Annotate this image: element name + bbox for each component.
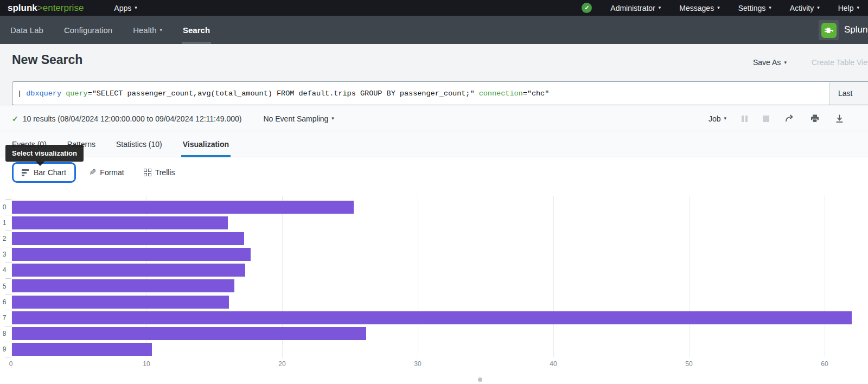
query-segment-cmd: dbxquery xyxy=(26,89,61,98)
chart-bar-3[interactable] xyxy=(12,248,251,261)
export-download-icon[interactable] xyxy=(835,114,844,123)
db-connect-plug-icon xyxy=(821,23,837,38)
trellis-label: Trellis xyxy=(155,168,175,177)
x-axis-label: 0 xyxy=(9,360,13,368)
chart-bar-row: 5 xyxy=(0,278,868,294)
topbar-menu-activity[interactable]: Activity▾ xyxy=(790,4,820,12)
y-axis-label: 5 xyxy=(0,283,9,290)
tab-visualization[interactable]: Visualization xyxy=(183,140,229,157)
create-table-view-button[interactable]: Create Table View xyxy=(812,58,868,67)
menu-label: Messages xyxy=(679,4,714,12)
x-axis-label: 60 xyxy=(821,360,828,368)
y-axis-tick xyxy=(5,326,11,327)
pause-job-button[interactable] xyxy=(742,116,748,122)
menu-label: Settings xyxy=(738,4,766,12)
search-input[interactable]: | dbxquery query="SELECT passenger_count… xyxy=(12,82,829,105)
share-icon[interactable] xyxy=(784,114,795,123)
y-axis-label: 2 xyxy=(0,235,9,242)
apps-menu[interactable]: Apps ▾ xyxy=(114,4,137,12)
chart-bar-0[interactable] xyxy=(12,201,354,214)
health-status-check-icon: ✓ xyxy=(582,3,592,13)
chart-bar-7[interactable] xyxy=(12,311,852,324)
chart-bar-4[interactable] xyxy=(12,264,245,277)
trellis-button[interactable]: Trellis xyxy=(144,168,175,177)
chart-plot-area: 0123456789 xyxy=(0,199,868,357)
chart-bar-row: 9 xyxy=(0,342,868,357)
appbar-item-health[interactable]: Health▾ xyxy=(133,16,162,44)
tab-label: Statistics (10) xyxy=(116,140,162,149)
chart-bar-2[interactable] xyxy=(12,232,244,245)
y-axis-tick xyxy=(5,199,11,200)
stop-job-button[interactable] xyxy=(763,116,769,122)
app-name-label[interactable]: Splunk DB Connect xyxy=(844,24,868,35)
menu-label: Activity xyxy=(790,4,814,12)
query-segment-plain xyxy=(61,89,66,98)
y-axis-label: 6 xyxy=(0,298,9,306)
logo-brand: splunk xyxy=(8,3,37,13)
appbar-item-data-lab[interactable]: Data Lab xyxy=(10,16,43,44)
scroll-handle-dot[interactable] xyxy=(478,377,482,382)
save-as-label: Save As xyxy=(753,58,781,67)
logo-gt: > xyxy=(37,3,43,13)
app-icon-tile[interactable] xyxy=(819,20,839,40)
viz-controls-row: Bar Chart ✎ Format Trellis xyxy=(0,157,868,183)
apps-menu-label: Apps xyxy=(114,4,131,12)
y-axis-tick xyxy=(5,263,11,263)
appbar-item-configuration[interactable]: Configuration xyxy=(64,16,112,44)
search-bar: | dbxquery query="SELECT passenger_count… xyxy=(12,81,868,105)
chart-bar-row: 7 xyxy=(0,310,868,325)
job-menu[interactable]: Job ▾ xyxy=(709,114,726,123)
chevron-down-icon: ▾ xyxy=(659,5,661,10)
chart-bar-5[interactable] xyxy=(12,279,234,292)
y-axis-tick xyxy=(5,310,11,310)
topbar-menu-help[interactable]: Help▾ xyxy=(838,4,859,12)
menu-label: Administrator xyxy=(610,4,655,12)
topbar-menu-messages[interactable]: Messages▾ xyxy=(679,4,719,12)
appbar-item-search[interactable]: Search xyxy=(183,16,210,44)
print-icon[interactable] xyxy=(810,114,820,123)
event-sampling-menu[interactable]: No Event Sampling ▾ xyxy=(263,114,334,123)
chart-bar-8[interactable] xyxy=(12,327,366,340)
pencil-icon: ✎ xyxy=(89,168,96,177)
topbar-menu-administrator[interactable]: Administrator▾ xyxy=(610,4,661,12)
chart-x-axis: 0102030405060 xyxy=(0,357,868,368)
query-segment-plain: ="chc" xyxy=(523,89,550,98)
top-system-bar: splunk>enterprise Apps ▾ ✓ Administrator… xyxy=(0,0,868,16)
logo-product: enterprise xyxy=(43,3,84,13)
y-axis-tick xyxy=(5,342,11,342)
y-axis-label: 1 xyxy=(0,219,9,227)
y-axis-label: 3 xyxy=(0,251,9,258)
y-axis-label: 0 xyxy=(0,203,9,211)
query-segment-plain: ="SELECT passenger_count,avg(total_amoun… xyxy=(88,89,475,98)
topbar-right-group: ✓ Administrator▾Messages▾Settings▾Activi… xyxy=(582,3,859,13)
format-label: Format xyxy=(100,168,124,177)
chevron-down-icon: ▾ xyxy=(159,28,162,33)
nav-label: Health xyxy=(133,25,156,35)
time-range-picker[interactable]: Last xyxy=(829,82,868,105)
save-as-button[interactable]: Save As ▾ xyxy=(753,58,787,67)
chart-bar-6[interactable] xyxy=(12,296,229,309)
chart-bar-1[interactable] xyxy=(12,216,228,229)
chart-bar-row: 1 xyxy=(0,215,868,231)
nav-label: Search xyxy=(183,25,210,35)
results-check-icon: ✓ xyxy=(12,114,18,123)
tab-label: Visualization xyxy=(183,140,229,149)
tab-statistics-10[interactable]: Statistics (10) xyxy=(116,140,162,157)
appbar-items: Data LabConfigurationHealth▾Search xyxy=(10,16,231,44)
chart-type-label: Bar Chart xyxy=(34,168,66,177)
chart-bar-9[interactable] xyxy=(12,343,152,356)
app-nav-bar: Data LabConfigurationHealth▾Search Splun… xyxy=(0,16,868,44)
topbar-menu-settings[interactable]: Settings▾ xyxy=(738,4,771,12)
search-header-band: New Search Save As ▾ Create Table View |… xyxy=(0,44,868,106)
event-sampling-label: No Event Sampling xyxy=(263,114,328,123)
results-action-bar: ✓ 10 results (08/04/2024 12:00:00.000 to… xyxy=(0,106,868,131)
job-toolbar: Job ▾ xyxy=(709,114,868,123)
format-button[interactable]: ✎ Format xyxy=(89,168,124,177)
time-range-label: Last xyxy=(838,89,852,98)
y-axis-tick xyxy=(5,294,11,295)
trellis-grid-icon xyxy=(144,169,151,176)
chevron-down-icon: ▾ xyxy=(817,5,820,10)
bar-chart-panel: 0123456789 0102030405060 xyxy=(0,199,868,368)
tooltip-caret xyxy=(36,162,44,166)
splunk-logo[interactable]: splunk>enterprise xyxy=(8,3,84,14)
